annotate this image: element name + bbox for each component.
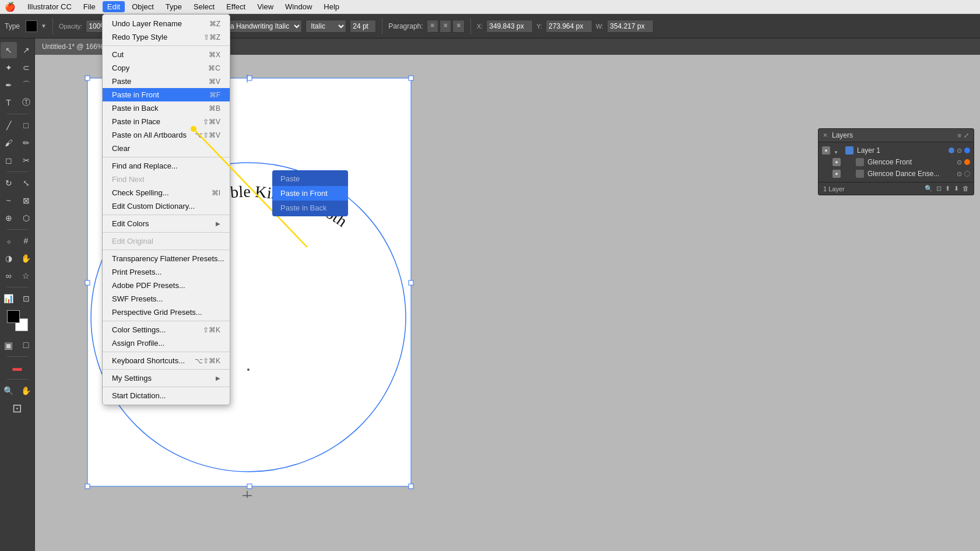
submenu-paste[interactable]: Paste (272, 171, 348, 186)
menubar-illustrator[interactable]: Illustrator CC (23, 1, 76, 12)
layer-expand-1[interactable]: ▼ (834, 147, 841, 154)
menu-item-keyboard-shortcuts[interactable]: Keyboard Shortcuts... ⌥⇧⌘K (103, 354, 230, 367)
menu-item-paste-place[interactable]: Paste in Place ⇧⌘V (103, 115, 230, 128)
menubar-help[interactable]: Help (319, 1, 344, 12)
column-graph-tool[interactable]: 📊 (1, 290, 17, 307)
touch-type-tool[interactable]: Ⓣ (18, 94, 34, 111)
w-input[interactable] (607, 20, 654, 33)
menu-item-pdf-presets[interactable]: Adobe PDF Presets... (103, 279, 230, 292)
menubar-window[interactable]: Window (280, 1, 317, 12)
y-input[interactable] (546, 20, 592, 33)
layers-panel-expand-btn[interactable]: ⤢ (964, 132, 969, 139)
pen-tool[interactable]: ✒ (1, 77, 17, 93)
layer-eye-2[interactable]: ● (833, 158, 841, 166)
perspective-tool[interactable]: ⬦ (1, 233, 17, 249)
curvature-tool[interactable]: ⌒ (18, 77, 34, 93)
layer-row-1[interactable]: ● ▼ Layer 1 ⊙ (819, 145, 974, 156)
menu-item-edit-colors[interactable]: Edit Colors ▶ (103, 217, 230, 230)
layers-create-layer-icon[interactable]: ⊡ (936, 185, 942, 192)
layers-delete-icon[interactable]: 🗑 (963, 185, 969, 192)
blend-tool[interactable]: ∞ (1, 268, 17, 284)
font-size-input[interactable] (350, 20, 376, 33)
rotate-tool[interactable]: ↻ (1, 175, 17, 191)
live-paint-tool[interactable]: ⬡ (18, 210, 34, 226)
menu-item-redo[interactable]: Redo Type Style ⇧⌘Z (103, 30, 230, 44)
layers-move-up-icon[interactable]: ⬆ (945, 185, 950, 192)
pencil-tool[interactable]: ✏ (18, 135, 34, 151)
fill-none-btn[interactable]: □ (18, 337, 34, 353)
gradient-tool[interactable]: ◑ (1, 250, 17, 266)
menubar-edit[interactable]: Edit (103, 1, 125, 12)
paintbrush-tool[interactable]: 🖌 (1, 135, 17, 151)
symbol-tool[interactable]: ☆ (18, 268, 34, 284)
free-transform-tool[interactable]: ⊠ (18, 192, 34, 209)
mesh-tool[interactable]: # (18, 233, 34, 249)
layer-row-3[interactable]: ● Glencoe Dance Ense... ⊙ (819, 168, 974, 180)
frame-tool[interactable]: ⊡ (2, 400, 33, 416)
submenu-paste-back[interactable]: Paste in Back (272, 201, 348, 215)
select-tool[interactable]: ↖ (1, 42, 17, 58)
menu-item-cut[interactable]: Cut ⌘X (103, 48, 230, 61)
color-swatch[interactable] (26, 20, 37, 32)
fill-gradient-btn[interactable]: ▣ (1, 337, 17, 353)
layer-settings-btn-2[interactable]: ⊙ (957, 159, 962, 166)
eraser-tool[interactable]: ◻ (1, 152, 17, 169)
line-tool[interactable]: ╱ (1, 117, 17, 134)
menu-item-perspective-presets[interactable]: Perspective Grid Presets... (103, 306, 230, 319)
type-tool[interactable]: T (1, 94, 17, 111)
layer-settings-btn-3[interactable]: ⊙ (957, 170, 962, 178)
screen-mode-btn[interactable]: ▬ (9, 360, 26, 376)
layer-settings-btn-1[interactable]: ⊙ (957, 147, 962, 155)
menu-item-swf-presets[interactable]: SWF Presets... (103, 292, 230, 306)
artboard-tool[interactable]: ⊡ (18, 290, 34, 307)
menu-item-undo[interactable]: Undo Layer Rename ⌘Z (103, 17, 230, 30)
menubar-select[interactable]: Select (189, 1, 219, 12)
lasso-tool[interactable]: ⊂ (18, 59, 34, 76)
layers-move-down-icon[interactable]: ⬇ (954, 185, 959, 192)
menu-item-transparency-presets[interactable]: Transparency Flattener Presets... (103, 252, 230, 265)
font-style-select[interactable]: Italic (305, 20, 346, 33)
hand-tool[interactable]: ✋ (18, 382, 34, 399)
direct-select-tool[interactable]: ↗ (18, 42, 34, 58)
menu-item-paste[interactable]: Paste ⌘V (103, 75, 230, 88)
layer-eye-3[interactable]: ● (833, 170, 841, 178)
layer-row-2[interactable]: ● Glencoe Front ⊙ (819, 156, 974, 168)
menubar-object[interactable]: Object (127, 1, 159, 12)
menu-item-find-next[interactable]: Find Next (103, 173, 230, 186)
eyedropper-tool[interactable]: ✋ (18, 250, 34, 266)
menu-item-find-replace[interactable]: Find and Replace... (103, 159, 230, 173)
menu-item-paste-back[interactable]: Paste in Back ⌘B (103, 101, 230, 115)
layers-panel-menu-btn[interactable]: ≡ (958, 132, 961, 139)
shape-builder-tool[interactable]: ⊕ (1, 210, 17, 226)
magic-wand-tool[interactable]: ✦ (1, 59, 17, 76)
menubar-view[interactable]: View (252, 1, 278, 12)
menu-item-my-settings[interactable]: My Settings ▶ (103, 371, 230, 385)
menubar-type[interactable]: Type (161, 1, 187, 12)
submenu-paste-front[interactable]: Paste in Front (272, 186, 348, 201)
menu-item-custom-dict[interactable]: Edit Custom Dictionary... (103, 199, 230, 213)
foreground-color-box[interactable] (7, 310, 20, 323)
x-input[interactable] (486, 20, 533, 33)
menu-item-clear[interactable]: Clear (103, 142, 230, 155)
align-right-btn[interactable]: ≡ (452, 20, 464, 33)
menubar-effect[interactable]: Effect (222, 1, 250, 12)
menu-item-paste-all[interactable]: Paste on All Artboards ⌥⇧⌘V (103, 128, 230, 142)
menu-item-spellcheck[interactable]: Check Spelling... ⌘I (103, 186, 230, 199)
scissors-tool[interactable]: ✂ (18, 152, 34, 169)
menu-item-edit-original[interactable]: Edit Original (103, 234, 230, 248)
rect-tool[interactable]: □ (18, 117, 34, 134)
menu-item-color-settings[interactable]: Color Settings... ⇧⌘K (103, 323, 230, 336)
align-center-btn[interactable]: ≡ (440, 20, 451, 33)
layers-search-icon[interactable]: 🔍 (925, 185, 933, 192)
menubar-file[interactable]: File (79, 1, 100, 12)
warp-tool[interactable]: ~ (1, 192, 17, 209)
menu-item-assign-profile[interactable]: Assign Profile... (103, 336, 230, 350)
scale-tool[interactable]: ⤡ (18, 175, 34, 191)
menu-item-dictation[interactable]: Start Dictation... (103, 389, 230, 402)
menu-item-print-presets[interactable]: Print Presets... (103, 265, 230, 279)
layers-panel-close-btn[interactable]: × (823, 131, 827, 139)
menu-item-copy[interactable]: Copy ⌘C (103, 61, 230, 75)
menu-item-paste-front[interactable]: Paste in Front ⌘F (103, 88, 230, 101)
zoom-tool[interactable]: 🔍 (1, 382, 17, 399)
align-left-btn[interactable]: ≡ (427, 20, 438, 33)
